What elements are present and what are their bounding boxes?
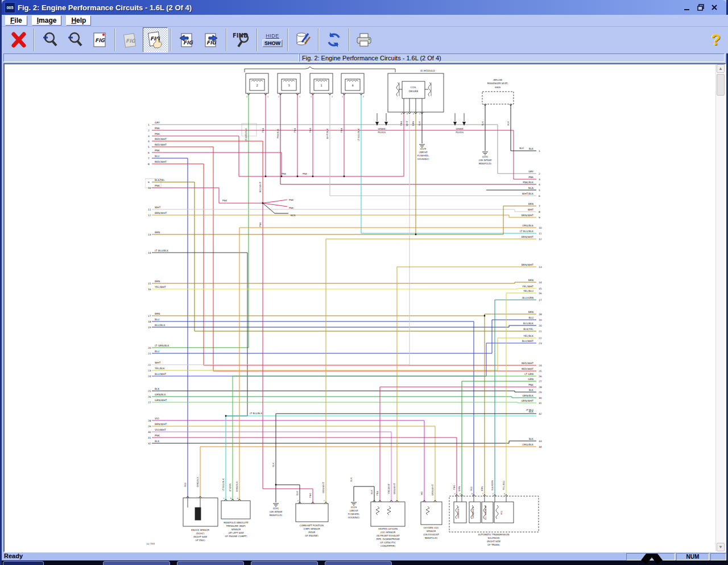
diagram-label: BRN (481, 486, 483, 492)
find-button[interactable]: FIND (229, 27, 254, 52)
next-figure-button[interactable]: FIG (198, 27, 224, 52)
left-pin-label: BRN/WHT (155, 212, 167, 215)
diagram-label: B (230, 497, 231, 500)
print-button[interactable] (352, 27, 377, 52)
figure-pan-button-active[interactable]: FIG (143, 27, 168, 52)
wire-blk (276, 414, 536, 502)
left-pin-label: WHT (155, 206, 161, 209)
toolbar-separator (114, 28, 115, 51)
left-pin-label: BRN/WHT (155, 423, 167, 426)
diagram-label: HOUSING) (348, 516, 360, 519)
close-button[interactable] (710, 3, 718, 11)
app-icon[interactable]: 005 (5, 2, 15, 13)
diagram-label: BLU/GRN (491, 480, 494, 490)
resistor-glyph (387, 506, 391, 515)
menu-help[interactable]: Help (66, 15, 91, 26)
left-pin-label: PNK (155, 184, 160, 187)
diagram-label: (RIGHT SIDE (193, 535, 208, 538)
diagram-label: OF ENGINE) (305, 534, 318, 537)
refresh-button[interactable] (321, 27, 346, 52)
left-pin-label: WHT (155, 361, 161, 364)
left-pin-number: 5 (148, 146, 150, 149)
right-pin-label: ORG/BLK (522, 443, 533, 446)
diagram-svg[interactable]: 1GRY2PNK3PNK4RED/WHT5RED/WHT6PNK7BLU8RED… (145, 67, 543, 547)
taskbar-button[interactable] (251, 561, 318, 565)
scroll-up-button[interactable]: ▲ (717, 64, 725, 73)
diagram-label: CAMSHAFT POSITION (300, 524, 324, 527)
left-pin-number: 20 (148, 347, 151, 349)
diagram-label: D (504, 493, 506, 495)
scroll-down-button[interactable]: ▼ (717, 543, 725, 551)
diagram-label: BLU (184, 482, 187, 487)
help-button[interactable]: ? (712, 31, 721, 49)
vertical-scrollbar[interactable]: ▲ ▼ (715, 64, 725, 551)
left-pin-number: 19 (148, 326, 151, 329)
left-pin-number: 3 (148, 135, 150, 138)
figure-window-button[interactable]: FIG (87, 27, 112, 52)
right-pin-label: BRN (528, 279, 533, 282)
component-box (296, 504, 328, 522)
right-pin-number: 27 (539, 380, 542, 383)
restore-button[interactable] (697, 3, 705, 11)
right-pin-label: BLK (529, 438, 533, 440)
diagram-label: RED/WHT (259, 182, 262, 193)
zoom-out-button[interactable] (62, 27, 87, 52)
diagram-label: 4 (351, 84, 353, 87)
hide-show-button[interactable]: HIDESHOW (260, 27, 285, 52)
taskbar-button[interactable] (325, 561, 392, 565)
diagram-label: 1 (342, 96, 343, 98)
diagram-viewport[interactable]: 1GRY2PNK3PNK4RED/WHT5RED/WHT6PNK7BLU8RED… (3, 63, 726, 552)
spark-plug-arrow (375, 122, 379, 126)
wire-grnblk (152, 397, 536, 398)
component-box (449, 496, 539, 532)
diagram-label: MANIFOLD ABSOLUTE (224, 521, 249, 524)
menu-image[interactable]: Image (32, 15, 62, 26)
markup-button[interactable] (291, 27, 316, 52)
diagram-label: VIO/WHT (387, 484, 390, 494)
component-box (221, 501, 250, 519)
diagram-label: SENSOR (427, 530, 436, 533)
diagram-label: (ON INTAKE (478, 159, 492, 162)
taskbar-button[interactable] (177, 561, 244, 565)
close-figure-button[interactable] (6, 27, 31, 52)
right-pin-number: 20 (539, 324, 542, 327)
diagram-label: PNK/BLK (276, 129, 279, 138)
left-pin-number: 29 (148, 425, 151, 428)
left-pin-number: 4 (148, 140, 150, 143)
junction-dot (275, 484, 277, 486)
scroll-thumb[interactable] (717, 74, 725, 96)
status-text: Ready (4, 552, 23, 559)
junction-dot (344, 176, 345, 178)
figure-list-button-disabled[interactable]: FIG (118, 27, 143, 52)
right-pin-label: BLU/BLK (523, 322, 533, 325)
diagram-label: (AT LEFT SIDE (228, 531, 244, 534)
taskbar-button[interactable] (3, 561, 44, 565)
coil-glyph (496, 505, 498, 519)
right-pin-label: BLK/YEL (523, 328, 533, 331)
right-pin-number: 16 (539, 292, 542, 295)
zoom-in-button[interactable] (37, 27, 62, 52)
wire-ltgrnblk (152, 93, 249, 348)
diagram-label: 1 (267, 96, 268, 98)
diagram-label: S909 (495, 86, 501, 89)
wire-grnwht (152, 402, 536, 403)
menu-file[interactable]: File (5, 15, 27, 26)
title-bar[interactable]: 005 Fig. 2: Engine Performance Circuits … (2, 0, 726, 15)
left-pin-number: 17 (148, 315, 151, 317)
status-cell (710, 553, 726, 560)
taskbar-button[interactable] (103, 561, 170, 565)
wire-pnk (152, 136, 344, 176)
previous-figure-button[interactable]: FIG (173, 27, 198, 52)
diagram-label: PNK (293, 128, 296, 133)
minimize-button[interactable] (683, 3, 691, 11)
right-pin-number: 5 (539, 189, 540, 192)
left-pin-number: 24 (148, 375, 151, 378)
left-pin-label: YEL/BLK (154, 367, 165, 370)
diagram-label: KNOCK SENSOR (191, 529, 209, 531)
wire-orgblk (239, 228, 536, 501)
diagram-label: (ON INTAKE (269, 510, 283, 513)
right-pin-label: WHT (528, 208, 534, 211)
right-pin-label: LT BLU/BLK (520, 230, 533, 233)
diagram-label: B (407, 113, 408, 115)
left-pin-label: YEL/WHT (154, 286, 166, 288)
